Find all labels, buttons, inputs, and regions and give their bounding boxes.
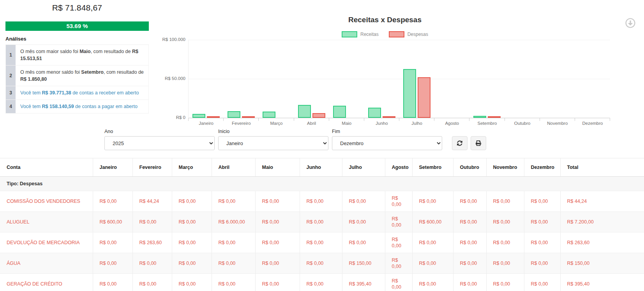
account-name: ALUGUEL [0, 212, 93, 232]
receitas-swatch-icon [342, 31, 357, 37]
x-axis-label: Outubro [505, 121, 540, 126]
table-cell: R$ 0,00 [93, 253, 132, 274]
table-cell: R$ 150,00 [560, 253, 644, 274]
chart-category-maio: Maio [329, 40, 364, 118]
x-axis-label: Junho [364, 121, 399, 126]
table-cell: R$ 395,40 [560, 274, 644, 291]
table-cell: R$ 0,00 [524, 212, 560, 232]
chart-bar-despesas-junho [383, 116, 395, 118]
table-cell: R$ 6.000,00 [212, 212, 255, 232]
chart-bar-despesas-fevereiro [242, 116, 255, 118]
expenses-table: ContaJaneiroFevereiroMarçoAbrilMaioJunho… [0, 158, 644, 291]
table-cell: R$ 0,00 [172, 253, 212, 274]
y-axis-tick: R$ 0 [156, 115, 185, 120]
chart-bar-despesas-janeiro [207, 116, 220, 118]
account-name: COMISSÃO DOS VENDEDORES [0, 191, 93, 212]
column-header: Outubro [453, 158, 486, 177]
table-cell: R$ 44,24 [132, 191, 172, 212]
table-cell: R$ 0,00 [300, 274, 342, 291]
column-header: Junho [300, 158, 342, 177]
chart-legend: Receitas Despesas [156, 31, 614, 37]
analysis-number: 1 [6, 45, 16, 65]
section-label: Tipo: Despesas [0, 177, 644, 191]
column-header: Total [560, 158, 644, 177]
chart-download-button[interactable] [625, 18, 636, 29]
analysis-item[interactable]: 3Você tem R$ 39.771,38 de contas a receb… [5, 86, 149, 100]
table-cell: R$ 0,00 [212, 253, 255, 274]
chart-category-fevereiro: Fevereiro [224, 40, 259, 118]
table-cell: R$ 0,00 [255, 232, 300, 253]
legend-label-receitas: Receitas [360, 32, 379, 37]
x-axis-label: Maio [329, 121, 364, 126]
column-header: Agosto [385, 158, 412, 177]
print-button[interactable] [471, 136, 486, 150]
table-cell: R$ 0,00 [453, 212, 486, 232]
table-cell: R$ 0,00 [486, 274, 524, 291]
table-cell: R$ 44,24 [560, 191, 644, 212]
year-select[interactable]: 2025 [104, 136, 215, 150]
chart-category-junho: Junho [364, 40, 399, 118]
column-header: Maio [255, 158, 300, 177]
account-name: DEVOLUÇÃO DE MERCADORIA [0, 232, 93, 253]
column-header: Conta [0, 158, 93, 177]
x-axis-label: Dezembro [575, 121, 610, 126]
start-month-select[interactable]: Janeiro [218, 136, 328, 150]
chart-bar-receitas-fevereiro [228, 111, 240, 118]
end-month-filter-group: Fim Dezembro [332, 129, 442, 150]
table-cell: R$ 7.200,00 [560, 212, 644, 232]
table-cell: R$ 0,00 [300, 232, 342, 253]
table-cell: R$ 0,00 [453, 191, 486, 212]
analysis-item: 1O mês com maior saldo foi Maio, com res… [5, 45, 149, 66]
table-cell: R$ 395,40 [342, 274, 385, 291]
chart-panel: Receitas x Despesas Receitas Despesas R$… [156, 14, 614, 131]
chart-category-agosto: Agosto [434, 40, 469, 118]
chart-bar-despesas-setembro [488, 116, 501, 118]
x-axis-label: Março [259, 121, 294, 126]
table-cell: R$ 0,00 [524, 253, 560, 274]
chart-plot-area: JaneiroFevereiroMarçoAbrilMaioJunhoJulho… [188, 40, 610, 118]
table-cell: R$ 0,00 [453, 253, 486, 274]
end-month-select[interactable]: Dezembro [332, 136, 442, 150]
chart-bar-despesas-julho [418, 77, 431, 118]
table-cell: R$ 0,00 [132, 274, 172, 291]
legend-item-receitas: Receitas [342, 31, 379, 37]
table-cell: R$ 0,00 [93, 191, 132, 212]
chart-bar-receitas-julho [403, 69, 416, 118]
column-header: Janeiro [93, 158, 132, 177]
chart-category-julho: Julho [399, 40, 434, 118]
y-axis-tick: R$ 100.000 [156, 37, 185, 42]
start-month-filter-label: Inicio [218, 129, 328, 134]
refresh-button[interactable] [452, 136, 468, 150]
table-cell: R$ 0,00 [412, 253, 453, 274]
analysis-item[interactable]: 4Você tem R$ 158.140,59 de contas a paga… [5, 100, 149, 114]
account-name: GERAÇÃO DE CRÉDITO [0, 274, 93, 291]
x-axis-label: Janeiro [189, 121, 224, 126]
table-cell: R$ 0,00 [385, 253, 412, 274]
chart-bar-receitas-março [263, 112, 275, 118]
table-cell: R$ 263,60 [132, 232, 172, 253]
table-cell: R$ 0,00 [412, 274, 453, 291]
x-axis-label: Setembro [469, 121, 505, 126]
table-cell: R$ 0,00 [342, 191, 385, 212]
analysis-item: 2O mês com menor saldo foi Setembro, com… [5, 66, 149, 86]
table-cell: R$ 0,00 [385, 232, 412, 253]
chart-bar-receitas-abril [298, 105, 311, 118]
table-cell: R$ 600,00 [412, 212, 453, 232]
column-header: Março [172, 158, 212, 177]
table-cell: R$ 0,00 [385, 212, 412, 232]
table-row: ÁGUAR$ 0,00R$ 0,00R$ 0,00R$ 0,00R$ 0,00R… [0, 253, 644, 274]
table-cell: R$ 0,00 [524, 191, 560, 212]
x-axis-label: Agosto [434, 121, 469, 126]
dashboard-page: R$ 71.848,67 53.69 % Análises 1O mês com… [0, 0, 644, 291]
table-cell: R$ 0,00 [255, 253, 300, 274]
analysis-text: O mês com maior saldo foi Maio, com resu… [16, 45, 148, 65]
table-cell: R$ 0,00 [412, 232, 453, 253]
table-cell: R$ 0,00 [255, 191, 300, 212]
analysis-number: 3 [6, 86, 16, 99]
table-cell: R$ 600,00 [93, 212, 132, 232]
chart-category-abril: Abril [294, 40, 329, 118]
table-cell: R$ 263,60 [560, 232, 644, 253]
chart-title: Receitas x Despesas [156, 16, 614, 24]
chart-bar-despesas-abril [312, 113, 325, 118]
table-cell: R$ 0,00 [212, 191, 255, 212]
